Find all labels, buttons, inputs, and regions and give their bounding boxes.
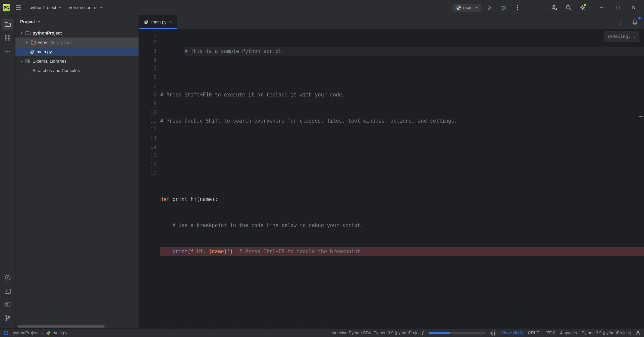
editor-gutter[interactable]: 1234 5678 9 10111213 14151617: [139, 29, 160, 328]
vcs-dropdown[interactable]: Version control ▾: [66, 3, 105, 12]
folder-icon: [5, 22, 11, 27]
close-icon: [632, 6, 636, 10]
titlebar: PC pythonProject ▾ Version control ▾ mai…: [0, 0, 644, 15]
editor-body[interactable]: 1234 5678 9 10111213 14151617 Indexing..…: [139, 29, 644, 328]
svg-point-1: [517, 5, 518, 6]
run-configuration-selector[interactable]: main ▾: [452, 4, 481, 12]
breadcrumb-file: main.py: [53, 331, 67, 335]
terminal-tool-button[interactable]: [2, 285, 13, 297]
editor-tab-label: main.py: [151, 19, 167, 24]
scratches-icon: [25, 68, 31, 73]
chevron-right-icon: ▸: [25, 41, 29, 44]
search-everywhere-button[interactable]: [563, 2, 574, 13]
project-panel-header[interactable]: Project ▾: [15, 15, 139, 27]
indent-widget[interactable]: 4 spaces: [560, 331, 577, 335]
play-icon: [487, 5, 492, 10]
svg-rect-29: [637, 333, 639, 335]
editor-tab-main[interactable]: main.py ×: [139, 15, 177, 29]
more-actions-button[interactable]: [512, 2, 523, 13]
svg-point-14: [9, 51, 10, 52]
svg-point-25: [621, 20, 622, 21]
code-content[interactable]: Indexing... # This is a sample Python sc…: [160, 29, 644, 328]
pycharm-logo-icon: PC: [3, 4, 10, 11]
project-hscrollbar[interactable]: [15, 325, 139, 328]
readonly-toggle[interactable]: [636, 331, 640, 335]
show-all-tasks-link[interactable]: Show all (2): [501, 331, 523, 335]
project-tool-button[interactable]: [2, 19, 13, 30]
terminal-icon: [5, 289, 11, 294]
chevron-right-icon: ▸: [19, 59, 23, 63]
vcs-tool-button[interactable]: [2, 312, 13, 324]
minimize-button[interactable]: [594, 2, 609, 13]
folder-icon: [31, 40, 36, 45]
tree-main-label: main.py: [37, 49, 52, 54]
maximize-button[interactable]: [610, 2, 625, 13]
svg-point-12: [5, 51, 6, 52]
code-line: # Press Double Shift to search everywher…: [160, 118, 457, 124]
interpreter-widget[interactable]: Python 3.9 (pythonProject): [582, 331, 631, 335]
project-tree: ▾ pythonProject ▸ venv library root main…: [15, 27, 139, 325]
python-packages-tool-button[interactable]: [2, 272, 13, 283]
code-line: # Use a breakpoint in the code line belo…: [160, 222, 363, 228]
svg-point-4: [553, 5, 555, 7]
svg-point-18: [7, 306, 8, 306]
close-window-button[interactable]: [626, 2, 641, 13]
tree-node-external-libraries[interactable]: ▸ External Libraries: [15, 56, 139, 66]
chevron-down-icon: ▾: [100, 6, 102, 9]
search-icon: [566, 5, 572, 11]
tab-more-button[interactable]: [615, 16, 627, 28]
git-branch-icon: [5, 315, 10, 321]
pause-indexing-button[interactable]: ❚❚: [490, 330, 496, 336]
tree-node-root[interactable]: ▾ pythonProject: [15, 28, 139, 38]
svg-point-26: [621, 22, 622, 23]
indexing-status-text: Indexing Python SDK 'Python 3.9 (pythonP…: [332, 331, 424, 335]
structure-tool-button[interactable]: [2, 32, 13, 44]
editor-tabbar: main.py ×: [139, 15, 644, 29]
close-tab-button[interactable]: ×: [169, 19, 172, 24]
library-icon: [25, 59, 31, 63]
folder-icon: [25, 31, 31, 35]
warning-circle-icon: [5, 301, 11, 308]
svg-rect-22: [26, 59, 27, 63]
editor-overview-mark[interactable]: [639, 116, 643, 117]
breakpoint-marker[interactable]: 9: [139, 99, 156, 108]
code-kw: def: [160, 196, 172, 202]
breadcrumb[interactable]: pythonProject › main.py: [13, 331, 67, 335]
notifications-button[interactable]: [629, 16, 641, 28]
svg-point-13: [7, 51, 8, 52]
tree-node-main-file[interactable]: main.py: [15, 47, 139, 56]
encoding-widget[interactable]: UTF-8: [544, 331, 555, 335]
tree-root-label: pythonProject: [33, 30, 62, 36]
indexing-progress-bar[interactable]: [429, 332, 486, 334]
more-tool-button[interactable]: [2, 46, 13, 57]
svg-point-3: [517, 9, 518, 10]
svg-rect-7: [616, 6, 619, 9]
project-dropdown[interactable]: pythonProject ▾: [27, 3, 63, 12]
tree-node-scratches[interactable]: Scratches and Consoles: [15, 66, 139, 75]
svg-rect-16: [5, 289, 10, 293]
chevron-down-icon: ▾: [19, 31, 23, 35]
tree-venv-label: venv: [38, 40, 47, 45]
left-tool-stripe: [0, 15, 15, 328]
chevron-down-icon: ▾: [476, 6, 478, 9]
tree-node-venv[interactable]: ▸ venv library root: [15, 38, 139, 47]
svg-point-6: [582, 7, 584, 9]
svg-point-21: [8, 316, 10, 318]
python-file-icon: [30, 49, 35, 54]
project-panel: Project ▾ ▾ pythonProject ▸ venv library…: [15, 15, 139, 328]
svg-rect-10: [5, 39, 7, 40]
code-with-me-button[interactable]: [549, 2, 560, 13]
line-separator-widget[interactable]: CRLF: [528, 331, 539, 335]
hamburger-icon: [15, 5, 21, 10]
more-horizontal-icon: [5, 51, 10, 52]
maximize-icon: [616, 6, 620, 9]
main-menu-button[interactable]: [13, 2, 24, 13]
window-controls: [594, 2, 641, 13]
settings-button[interactable]: [577, 2, 588, 13]
debug-button[interactable]: [498, 2, 509, 13]
run-button[interactable]: [484, 2, 495, 13]
tree-extlib-label: External Libraries: [33, 59, 66, 64]
chevron-down-icon: ▾: [38, 20, 40, 23]
svg-rect-9: [8, 36, 10, 37]
problems-tool-button[interactable]: [2, 299, 13, 310]
